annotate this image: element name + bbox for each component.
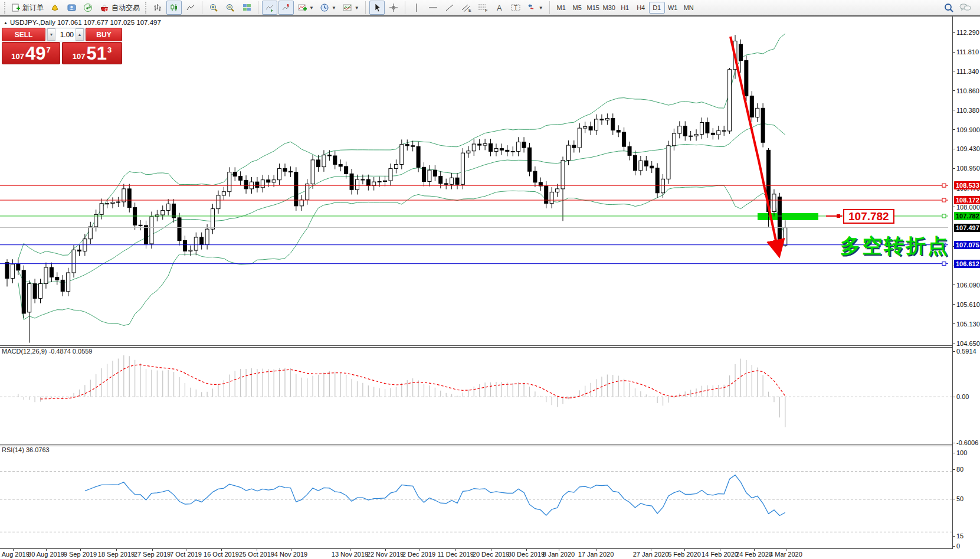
signals-button[interactable] xyxy=(80,1,96,15)
timeframe-button-m5[interactable]: M5 xyxy=(569,2,585,14)
trendline-button[interactable] xyxy=(442,1,457,15)
macd-pane[interactable] xyxy=(0,346,952,444)
timeframe-button-m30[interactable]: M30 xyxy=(601,2,617,14)
chevron-down-icon: ▼ xyxy=(309,5,314,11)
cursor-icon xyxy=(373,3,381,12)
sell-button[interactable]: SELL xyxy=(2,28,45,41)
sell-price-point: 7 xyxy=(46,45,50,54)
timeframe-button-h4[interactable]: H4 xyxy=(633,2,649,14)
new-order-button[interactable]: 新订单 xyxy=(9,1,46,15)
axis-tick: 108.000 xyxy=(953,204,980,211)
chat-icon[interactable] xyxy=(959,2,972,13)
zoom-in-button[interactable] xyxy=(206,1,221,15)
new-order-icon xyxy=(11,3,21,12)
sell-price-tile[interactable]: 107 49 7 xyxy=(2,42,60,64)
toolbar-separator xyxy=(202,1,202,14)
toolbar-separator xyxy=(258,1,258,14)
text-label-button[interactable]: T xyxy=(508,1,523,15)
toolbar-grip[interactable] xyxy=(145,2,147,14)
toolbar: 新订单 自动交易 xyxy=(0,0,980,17)
chinese-annotation[interactable]: 多空转折点 xyxy=(840,233,949,260)
equidistant-channel-button[interactable]: E xyxy=(458,1,474,15)
timeframe-button-m1[interactable]: M1 xyxy=(553,2,569,14)
arrows-button[interactable]: ▼ xyxy=(525,1,546,15)
buy-price-pips: 51 xyxy=(86,45,106,63)
pane-separator[interactable] xyxy=(0,345,980,346)
community-icon xyxy=(67,3,77,12)
pane-separator xyxy=(0,446,980,446)
symbol-title: USDJPY-,Daily 107.061 107.677 107.025 10… xyxy=(10,19,161,26)
zoom-out-button[interactable] xyxy=(222,1,238,15)
timeframe-button-h1[interactable]: H1 xyxy=(617,2,633,14)
crosshair-button[interactable] xyxy=(386,1,401,15)
date-tick-label: 1 Aug 2019 xyxy=(0,551,30,558)
buy-price-point: 3 xyxy=(107,45,112,54)
one-click-trade-panel: SELL ▼ ▲ BUY 107 49 7 107 51 3 xyxy=(2,28,122,64)
vline-icon xyxy=(413,3,420,12)
rsi-pane[interactable] xyxy=(0,444,952,549)
text-button[interactable]: A xyxy=(491,1,507,15)
svg-text:A: A xyxy=(497,4,502,12)
date-tick-label: 9 Sep 2019 xyxy=(64,551,97,558)
auto-scroll-button[interactable] xyxy=(262,1,277,15)
volume-input[interactable] xyxy=(55,28,76,41)
chevron-down-icon: ▼ xyxy=(539,5,543,11)
tile-windows-button[interactable] xyxy=(239,1,254,15)
date-tick-label: 11 Dec 2019 xyxy=(437,551,474,558)
chart-title: ▲ USDJPY-,Daily 107.061 107.677 107.025 … xyxy=(4,19,161,26)
svg-text:E: E xyxy=(468,8,471,12)
axis-tick: 110.380 xyxy=(953,107,979,114)
buy-price-tile[interactable]: 107 51 3 xyxy=(62,42,122,64)
community-button[interactable] xyxy=(64,1,79,15)
cursor-button[interactable] xyxy=(369,1,385,15)
fibonacci-button[interactable]: F xyxy=(475,1,490,15)
date-tick-label: 24 Feb 2020 xyxy=(736,551,772,558)
chart-window: ▲ USDJPY-,Daily 107.061 107.677 107.025 … xyxy=(0,17,980,559)
bars-chart-button[interactable] xyxy=(150,1,165,15)
date-tick-label: 4 Mar 2020 xyxy=(769,551,802,558)
fibonacci-icon: F xyxy=(477,3,488,12)
auto-trading-button[interactable]: 自动交易 xyxy=(97,1,142,15)
date-axis[interactable]: 1 Aug 201930 Aug 20199 Sep 201918 Sep 20… xyxy=(0,549,980,559)
chart-shift-button[interactable] xyxy=(278,1,294,15)
line-chart-button[interactable] xyxy=(183,1,198,15)
timeframe-button-m15[interactable]: M15 xyxy=(585,2,601,14)
timeframe-button-mn[interactable]: MN xyxy=(681,2,697,14)
horizontal-line-button[interactable] xyxy=(425,1,441,15)
axis-tick: 15 xyxy=(953,532,963,540)
timeframe-button-w1[interactable]: W1 xyxy=(665,2,681,14)
candles-chart-button[interactable] xyxy=(166,1,182,15)
gold-ingot-button[interactable] xyxy=(47,1,63,15)
price-level-badge: 107.075 xyxy=(954,241,980,249)
toolbar-grip[interactable] xyxy=(4,2,6,14)
collapse-arrow-icon[interactable]: ▲ xyxy=(4,21,8,25)
chevron-down-icon: ▼ xyxy=(332,5,336,11)
volume-decrease-button[interactable]: ▼ xyxy=(47,28,55,41)
sell-price-figure: 107 xyxy=(11,52,24,61)
bars-chart-icon xyxy=(153,3,162,12)
vertical-line-button[interactable] xyxy=(409,1,424,15)
axis-tick: 106.090 xyxy=(953,282,980,289)
templates-button[interactable]: ▼ xyxy=(340,1,362,15)
hline-icon xyxy=(428,4,438,11)
search-icon[interactable] xyxy=(943,2,954,13)
pane-separator[interactable] xyxy=(0,444,980,444)
price-axis[interactable]: 112.290111.810111.340110.860110.380109.9… xyxy=(953,17,980,549)
timeframe-group: M1M5M15M30H1H4D1W1MN xyxy=(553,2,697,14)
date-tick-label: 7 Oct 2019 xyxy=(170,551,202,558)
terminal-window: 新订单 自动交易 xyxy=(0,0,980,559)
buy-button[interactable]: BUY xyxy=(86,28,122,41)
periods-button[interactable]: ▼ xyxy=(317,1,339,15)
volume-increase-button[interactable]: ▲ xyxy=(76,28,84,41)
timeframe-button-d1[interactable]: D1 xyxy=(649,2,665,14)
indicators-button[interactable]: ▼ xyxy=(295,1,316,15)
price-callout-box[interactable]: 107.782 xyxy=(843,209,894,224)
arrows-icon xyxy=(527,3,536,12)
date-tick-label: 16 Oct 2019 xyxy=(204,551,239,558)
date-tick-label: 8 Jan 2020 xyxy=(543,551,575,558)
date-tick-label: 27 Jan 2020 xyxy=(633,551,669,558)
channel-icon: E xyxy=(461,3,471,12)
rsi-label: RSI(14) 36.0763 xyxy=(2,446,50,453)
price-level-badge: 108.533 xyxy=(954,181,980,189)
main-chart[interactable] xyxy=(0,17,952,346)
